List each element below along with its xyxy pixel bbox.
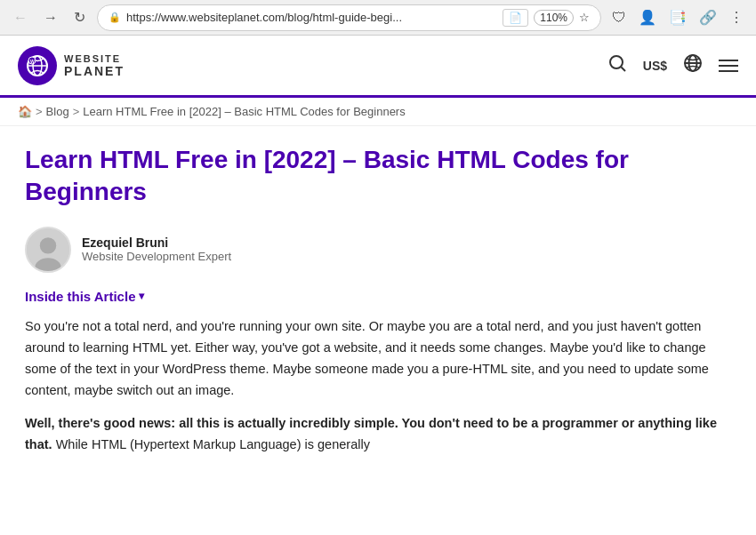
- profile-icon[interactable]: 👤: [635, 7, 660, 28]
- globe-button[interactable]: [683, 53, 703, 77]
- top-nav: W WEBSITE PLANET US$: [0, 36, 756, 98]
- bookmark-icon[interactable]: ☆: [579, 11, 590, 24]
- extensions-icon[interactable]: 🛡: [608, 8, 630, 28]
- inside-article-toggle[interactable]: Inside this Article ▾: [25, 289, 144, 304]
- article-body-para2: Well, there's good news: all this is act…: [25, 413, 731, 456]
- search-button[interactable]: [607, 53, 627, 77]
- svg-point-11: [40, 237, 56, 253]
- author-info: Ezequiel Bruni Website Development Exper…: [82, 236, 231, 263]
- inside-article-arrow: ▾: [139, 290, 144, 302]
- url-text: https://www.websiteplanet.com/blog/html-…: [126, 11, 497, 24]
- share-icon[interactable]: 🔗: [696, 7, 720, 28]
- svg-line-6: [621, 68, 625, 72]
- article-title: Learn HTML Free in [2022] – Basic HTML C…: [25, 144, 731, 209]
- svg-text:W: W: [30, 59, 35, 64]
- lock-icon: 🔒: [109, 12, 121, 23]
- address-bar[interactable]: 🔒 https://www.websiteplanet.com/blog/htm…: [97, 4, 601, 31]
- author-name: Ezequiel Bruni: [82, 236, 231, 250]
- hamburger-menu[interactable]: [719, 60, 738, 72]
- more-menu-icon[interactable]: ⋮: [726, 7, 747, 28]
- tab-indicator: 📄: [503, 9, 528, 27]
- forward-button[interactable]: →: [39, 8, 62, 28]
- breadcrumb-blog[interactable]: Blog: [46, 105, 69, 118]
- logo-icon: W: [18, 46, 57, 85]
- article-normal-text: While HTML (Hypertext Markup Language) i…: [52, 437, 370, 451]
- article-body-para1: So you're not a total nerd, and you're r…: [25, 316, 731, 402]
- author-row: Ezequiel Bruni Website Development Exper…: [25, 227, 731, 273]
- logo-text: WEBSITE PLANET: [64, 53, 125, 78]
- logo-area[interactable]: W WEBSITE PLANET: [18, 46, 125, 85]
- main-content: Learn HTML Free in [2022] – Basic HTML C…: [0, 126, 756, 474]
- author-avatar: [25, 227, 71, 273]
- breadcrumb-page: Learn HTML Free in [2022] – Basic HTML C…: [83, 105, 405, 118]
- currency-button[interactable]: US$: [643, 59, 667, 73]
- zoom-badge: 110%: [534, 10, 574, 26]
- browser-chrome: ← → ↻ 🔒 https://www.websiteplanet.com/bl…: [0, 0, 756, 36]
- bookmarks-icon[interactable]: 📑: [665, 7, 690, 28]
- logo-website-text: WEBSITE: [64, 53, 125, 64]
- reload-button[interactable]: ↻: [69, 7, 90, 28]
- inside-article-label: Inside this Article: [25, 289, 135, 304]
- author-title: Website Development Expert: [82, 250, 231, 263]
- breadcrumb: 🏠 > Blog > Learn HTML Free in [2022] – B…: [0, 98, 756, 126]
- chrome-icons: 🛡 👤 📑 🔗 ⋮: [608, 7, 747, 28]
- home-icon[interactable]: 🏠: [18, 105, 32, 118]
- svg-point-5: [610, 56, 623, 68]
- back-button[interactable]: ←: [9, 8, 32, 28]
- logo-planet-text: PLANET: [64, 64, 125, 78]
- nav-right: US$: [607, 53, 738, 77]
